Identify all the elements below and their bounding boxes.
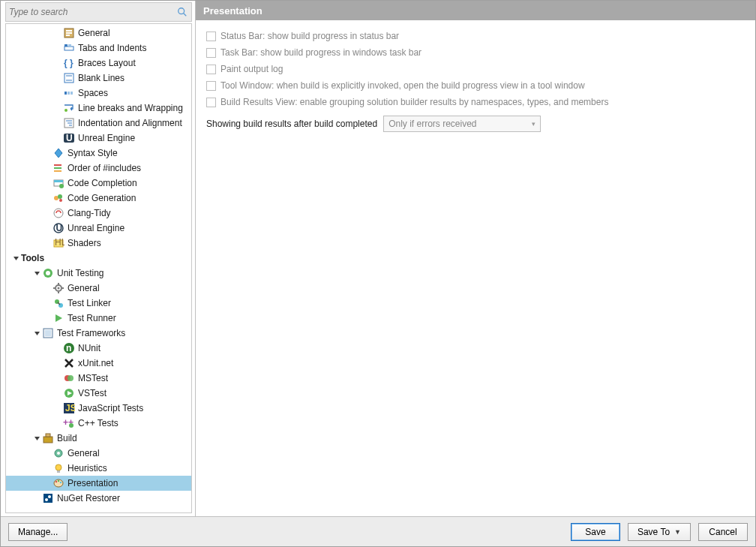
build-results-dropdown[interactable]: Only if errors received▾ [383, 116, 541, 132]
tree-item[interactable]: Code Generation [6, 191, 191, 206]
tree-item-label: Code Completion [68, 178, 137, 188]
svg-point-0 [178, 8, 184, 14]
tree-item[interactable]: Tools [6, 251, 191, 266]
tree-item-label: Test Frameworks [57, 328, 125, 338]
mstest-icon [63, 372, 75, 384]
tree-item-label: NUnit [78, 343, 100, 353]
tree-item[interactable]: Clang-Tidy [6, 206, 191, 221]
svg-line-1 [184, 14, 187, 17]
expand-toggle-icon[interactable] [33, 269, 40, 277]
checkbox[interactable] [206, 32, 216, 41]
tree-item[interactable]: JavaScript Tests [6, 401, 191, 416]
dropdown-label: Showing build results after build comple… [206, 119, 377, 129]
unreal-icon [63, 132, 75, 144]
tree-item[interactable]: General [6, 26, 191, 41]
settings-tree[interactable]: GeneralTabs and IndentsBraces LayoutBlan… [6, 24, 191, 512]
tree-item[interactable]: Syntax Style [6, 146, 191, 161]
tree-item-label: Line breaks and Wrapping [78, 103, 183, 113]
tree-item[interactable]: Test Linker [6, 296, 191, 311]
option-label: Build Results View: enable grouping solu… [220, 97, 608, 107]
braces-icon [63, 57, 75, 69]
manage-button[interactable]: Manage... [8, 523, 68, 541]
js-icon [63, 402, 75, 414]
dropdown-value: Only if errors received [388, 119, 476, 129]
cancel-button[interactable]: Cancel [698, 523, 748, 541]
tree-item[interactable]: NUnit [6, 341, 191, 356]
tree-item[interactable]: Test Frameworks [6, 326, 191, 341]
tree-item[interactable]: C++ Tests [6, 416, 191, 431]
tree-item[interactable]: Test Runner [6, 311, 191, 326]
tree-item[interactable]: MSTest [6, 371, 191, 386]
tree-item[interactable]: Shaders [6, 236, 191, 251]
tree-item[interactable]: Unreal Engine [6, 221, 191, 236]
tree-item[interactable]: Spaces [6, 86, 191, 101]
checkbox[interactable] [206, 48, 216, 58]
tree-item[interactable]: Blank Lines [6, 71, 191, 86]
nunit-icon [63, 342, 75, 354]
options-panel: Status Bar: show build progress in statu… [196, 20, 755, 516]
build-icon [42, 432, 54, 444]
tree-item[interactable]: Build [6, 431, 191, 446]
option-row: Task Bar: show build progress in windows… [206, 44, 745, 61]
order-icon [52, 162, 64, 174]
manage-label: Manage... [18, 527, 58, 537]
dropdown-caret-icon: ▼ [674, 528, 681, 536]
tree-item-label: MSTest [78, 373, 108, 383]
tree-item-label: Tabs and Indents [78, 43, 146, 53]
tree-item[interactable]: Line breaks and Wrapping [6, 101, 191, 116]
save-to-label: Save To [638, 527, 670, 537]
general-icon [63, 27, 75, 39]
tree-item-label: Unit Testing [57, 268, 104, 278]
syntax-icon [52, 147, 64, 159]
tree-item[interactable]: Order of #includes [6, 161, 191, 176]
save-to-button[interactable]: Save To▼ [628, 523, 691, 541]
tree-item[interactable]: Indentation and Alignment [6, 116, 191, 131]
runner-icon [52, 312, 64, 324]
tree-item-label: Test Linker [68, 298, 111, 308]
search-box[interactable] [5, 2, 192, 22]
option-row: Status Bar: show build progress in statu… [206, 28, 745, 44]
tree-item[interactable]: Tabs and Indents [6, 41, 191, 56]
dropdown-row: Showing build results after build comple… [206, 113, 745, 134]
tree-item-label: Build [57, 433, 77, 443]
tree-item-label: NuGet Restorer [57, 493, 120, 503]
svg-marker-5 [34, 437, 40, 440]
nuget-icon [42, 492, 54, 504]
shaders-icon [52, 237, 64, 249]
generation-icon [52, 192, 64, 204]
tree-item[interactable]: Code Completion [6, 176, 191, 191]
unit-icon [42, 267, 54, 279]
tree-item[interactable]: General [6, 281, 191, 296]
tree-item[interactable]: xUnit.net [6, 356, 191, 371]
chevron-down-icon: ▾ [532, 120, 536, 128]
tree-item[interactable]: Unit Testing [6, 266, 191, 281]
tree-item[interactable]: Braces Layout [6, 56, 191, 71]
search-input[interactable] [9, 7, 176, 17]
tree-item[interactable]: NuGet Restorer [6, 491, 191, 506]
bulb-icon [52, 462, 64, 474]
cancel-label: Cancel [709, 527, 736, 537]
spaces-icon [63, 87, 75, 99]
expand-toggle-icon[interactable] [33, 329, 40, 337]
tree-item-label: C++ Tests [78, 418, 118, 428]
checkbox[interactable] [206, 65, 216, 74]
tree-item[interactable]: Heuristics [6, 461, 191, 476]
frameworks-icon [42, 327, 54, 339]
tree-item[interactable]: Presentation [6, 476, 191, 491]
checkbox[interactable] [206, 81, 216, 91]
option-label: Task Bar: show build progress in windows… [220, 47, 422, 58]
expand-toggle-icon[interactable] [33, 434, 40, 442]
tree-item[interactable]: Unreal Engine [6, 131, 191, 146]
tree-item-label: Presentation [68, 478, 118, 488]
tree-item-label: Indentation and Alignment [78, 118, 182, 128]
tree-item-label: General [68, 448, 100, 458]
tree-item-label: Braces Layout [78, 58, 136, 68]
save-button[interactable]: Save [571, 523, 620, 541]
linker-icon [52, 297, 64, 309]
expand-toggle-icon[interactable] [12, 254, 20, 262]
tree-item[interactable]: VSTest [6, 386, 191, 401]
checkbox[interactable] [206, 98, 216, 107]
tree-item[interactable]: General [6, 446, 191, 461]
tree-item-label: JavaScript Tests [78, 403, 143, 413]
tree-item-label: Clang-Tidy [68, 208, 111, 218]
